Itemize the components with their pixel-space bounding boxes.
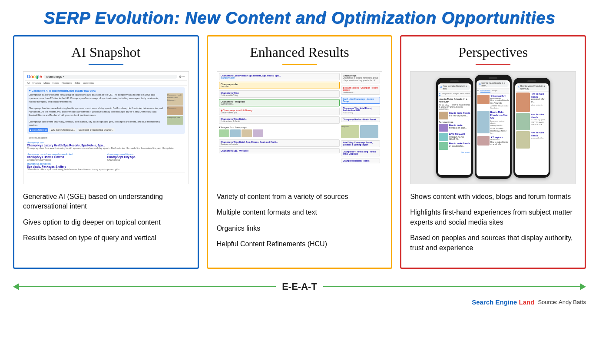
card-title-ai-snapshot: AI Snapshot [23, 44, 189, 60]
bullet-item: Variety of content from a variety of sou… [217, 192, 383, 202]
bullet-item: Helpful Content Refinements (HCU) [217, 239, 383, 249]
bullet-item: Multiple content formats and text [217, 208, 383, 217]
perspectives-image: G How to make friends in a new All Persp… [410, 71, 576, 184]
phone-notch-3 [527, 80, 536, 82]
mockup-results: champneys.com Champneys Luxury Health Sp… [25, 140, 187, 175]
phone-mockup-1: G How to make friends in a new All Persp… [436, 78, 473, 178]
bullet-item: Based on peoples and sources that displa… [410, 233, 576, 253]
bullet-item: Results based on type of query and verti… [23, 233, 189, 243]
card-enhanced-results: Enhanced Results Champneys Luxury Health… [207, 35, 393, 269]
bullet-item: Highlights first-hand experiences from s… [410, 208, 576, 227]
source-text: Source: Andy Batts [538, 299, 586, 305]
enhanced-results-bullets: Variety of content from a variety of sou… [217, 192, 383, 255]
arrow-left-head [13, 283, 19, 290]
card-ai-snapshot: AI Snapshot Google champneys × ⚙ ··· All… [13, 35, 199, 269]
arrow-right-head [580, 283, 586, 290]
perspectives-bullets: Shows content with videos, blogs and for… [410, 192, 576, 259]
logo-land: Land [519, 298, 535, 306]
enhanced-results-image: Champneys Luxury Health Spa Resorts, Spa… [217, 71, 383, 184]
bullet-item: Gives option to dig deeper on topical co… [23, 218, 189, 227]
eeat-label: E-E-A-T [276, 281, 323, 292]
bullet-item: Organics links [217, 224, 383, 233]
footer: Search Engine Land Source: Andy Batts [13, 298, 586, 306]
card-title-enhanced: Enhanced Results [217, 44, 383, 60]
card-underline-ai-snapshot [89, 64, 123, 65]
google-logo: Google [27, 74, 42, 79]
logo-search: Search [472, 298, 493, 306]
search-engine-land-logo: Search Engine Land [472, 298, 534, 306]
bullet-item: Generative AI (SGE) based on understandi… [23, 192, 189, 212]
search-bar-mini: champneys × [43, 75, 177, 79]
logo-engine: Engine [495, 298, 517, 306]
page-title: SERP Evolution: New Content and Optimiza… [13, 9, 586, 27]
phone-mockup-2: G how to make friends in a new... All Pe… [475, 75, 512, 179]
card-underline-enhanced [282, 64, 317, 65]
ai-box: ✦ Generative AI is experimental. Info qu… [27, 87, 185, 134]
cards-row: AI Snapshot Google champneys × ⚙ ··· All… [13, 35, 586, 269]
ai-snapshot-image: Google champneys × ⚙ ··· AllImagesMapsNe… [23, 71, 189, 184]
phone-notch-2 [489, 77, 497, 79]
card-title-perspectives: Perspectives [410, 44, 576, 60]
phone-notch [450, 80, 459, 82]
bullet-item: Shows content with videos, blogs and for… [410, 192, 576, 202]
card-underline-perspectives [476, 64, 510, 65]
eeat-row: E-E-A-T [13, 276, 586, 298]
card-perspectives: Perspectives G How to make friends in a … [400, 35, 586, 269]
ai-snapshot-bullets: Generative AI (SGE) based on understandi… [23, 192, 189, 249]
phone-mockup-3: G How to Make Friends in a New City How … [513, 78, 550, 178]
mockup-tabs: AllImagesMapsNewsProductsJobsLocations [25, 81, 187, 86]
